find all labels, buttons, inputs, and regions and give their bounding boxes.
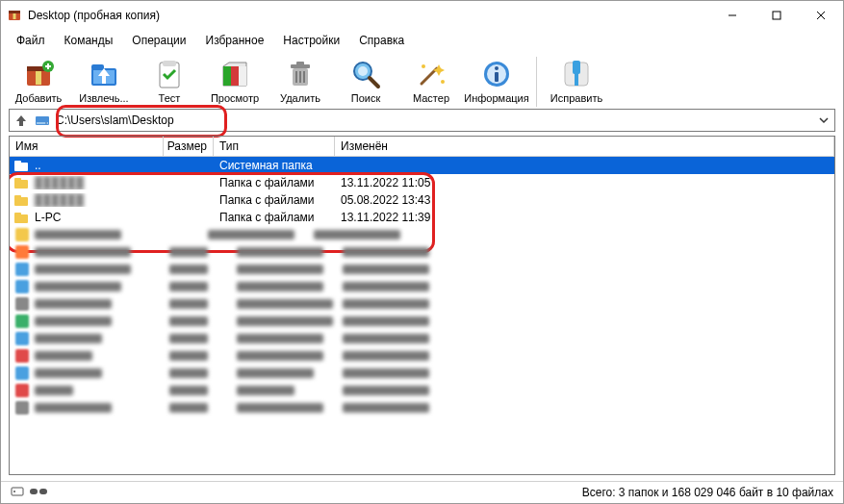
extract-button[interactable]: Извлечь... — [72, 55, 136, 106]
wizard-label: Мастер — [413, 92, 449, 104]
status-text: Всего: 3 папок и 168 029 046 байт в 10 ф… — [582, 486, 833, 499]
row-parent[interactable]: .. Системная папка — [10, 157, 834, 174]
menu-commands[interactable]: Команды — [55, 32, 123, 49]
menu-help[interactable]: Справка — [349, 32, 414, 49]
menubar: Файл Команды Операции Избранное Настройк… — [1, 30, 843, 51]
view-label: Просмотр — [211, 92, 259, 104]
repair-icon — [559, 57, 594, 91]
toolbar: Добавить Извлечь... Тест Просмотр Удалит… — [1, 51, 843, 109]
up-icon[interactable] — [13, 113, 29, 128]
col-type[interactable]: Тип — [214, 137, 335, 156]
svg-rect-12 — [91, 64, 104, 70]
add-label: Добавить — [15, 92, 63, 104]
svg-rect-2 — [13, 13, 16, 19]
search-icon — [348, 57, 383, 91]
cell-name: ██████ — [29, 193, 164, 207]
repair-label: Исправить — [550, 92, 602, 104]
menu-file[interactable]: Файл — [7, 32, 55, 49]
svg-point-30 — [441, 80, 445, 84]
find-button[interactable]: Поиск — [334, 55, 397, 106]
maximize-button[interactable] — [754, 1, 799, 30]
table-row[interactable]: ██████ Папка с файлами 05.08.2022 13:43 — [10, 191, 834, 209]
window-title: Desktop (пробная копия) — [28, 9, 710, 22]
trash-icon — [283, 57, 318, 91]
info-label: Информация — [464, 92, 528, 104]
svg-rect-4 — [773, 12, 780, 19]
svg-rect-18 — [239, 66, 246, 86]
wizard-button[interactable]: Мастер — [399, 55, 463, 106]
delete-button[interactable]: Удалить — [269, 55, 332, 106]
info-icon — [479, 57, 514, 91]
cell-name: L-PC — [29, 211, 164, 224]
svg-rect-34 — [495, 72, 499, 82]
app-icon — [7, 8, 22, 23]
menu-options[interactable]: Настройки — [273, 32, 349, 49]
minimize-button[interactable] — [710, 1, 754, 30]
svg-point-26 — [358, 66, 368, 76]
view-icon — [217, 57, 252, 91]
svg-rect-1 — [9, 11, 20, 13]
add-button[interactable]: Добавить — [7, 55, 70, 106]
folder-up-icon — [13, 158, 29, 173]
column-headers: Имя Размер Тип Изменён — [10, 137, 834, 157]
file-list: Имя Размер Тип Изменён .. Системная папк… — [9, 136, 835, 475]
addressbar[interactable]: C:\Users\slam\Desktop — [9, 109, 835, 132]
disk-icon — [35, 113, 50, 128]
cell-mod: 13.11.2022 11:05 — [335, 176, 436, 189]
menu-tools[interactable]: Операции — [122, 32, 195, 49]
svg-rect-53 — [39, 489, 47, 494]
svg-rect-9 — [36, 71, 41, 85]
svg-line-27 — [370, 78, 378, 87]
svg-rect-21 — [296, 62, 304, 65]
col-size[interactable]: Размер — [164, 137, 214, 156]
test-label: Тест — [159, 92, 181, 104]
close-button[interactable] — [799, 1, 843, 30]
path-text: C:\Users\slam\Desktop — [56, 113, 811, 127]
cell-name: ██████ — [29, 176, 164, 189]
view-button[interactable]: Просмотр — [203, 55, 267, 106]
svg-point-29 — [422, 64, 425, 68]
folder-icon — [13, 192, 29, 208]
svg-rect-50 — [12, 488, 23, 495]
svg-rect-15 — [163, 61, 176, 66]
cell-mod: 05.08.2022 13:43 — [335, 193, 436, 207]
col-name[interactable]: Имя — [10, 137, 164, 156]
cell-type: Папка с файлами — [214, 193, 335, 207]
svg-rect-36 — [573, 61, 580, 74]
svg-rect-47 — [14, 195, 21, 199]
folder-icon — [13, 175, 29, 190]
toolbar-separator — [536, 57, 537, 107]
repair-button[interactable]: Исправить — [545, 55, 608, 106]
svg-rect-17 — [231, 66, 239, 86]
archive-icon — [21, 57, 56, 91]
menu-fav[interactable]: Избранное — [196, 32, 274, 49]
titlebar: Desktop (пробная копия) — [1, 1, 843, 30]
status-icon — [30, 486, 47, 499]
svg-point-40 — [45, 122, 47, 124]
folder-icon — [13, 210, 29, 225]
test-button[interactable]: Тест — [138, 55, 201, 106]
svg-rect-37 — [575, 74, 578, 86]
wizard-icon — [414, 57, 448, 91]
chevron-down-icon[interactable] — [817, 113, 831, 127]
svg-rect-16 — [223, 66, 231, 86]
extract-icon — [87, 57, 121, 91]
svg-rect-52 — [30, 489, 38, 494]
find-label: Поиск — [351, 92, 380, 104]
blurred-rows: /* placeholder */ — [10, 226, 834, 472]
table-row[interactable]: L-PC Папка с файлами 13.11.2022 11:39 — [10, 209, 834, 226]
table-row[interactable]: ██████ Папка с файлами 13.11.2022 11:05 — [10, 174, 834, 191]
svg-rect-49 — [14, 213, 21, 216]
col-modified[interactable]: Изменён — [335, 137, 834, 156]
info-button[interactable]: Информация — [465, 55, 528, 106]
rows-container: .. Системная папка ██████ Папка с файлам… — [10, 157, 834, 474]
test-icon — [152, 57, 187, 91]
delete-label: Удалить — [280, 92, 320, 104]
cell-type: Папка с файлами — [214, 211, 335, 224]
app-window: Desktop (пробная копия) Файл Команды Опе… — [0, 0, 844, 504]
svg-point-33 — [495, 66, 499, 70]
cell-name: .. — [29, 159, 164, 172]
extract-label: Извлечь... — [79, 92, 128, 104]
cell-mod: 13.11.2022 11:39 — [335, 211, 436, 224]
cell-type: Папка с файлами — [214, 176, 335, 189]
